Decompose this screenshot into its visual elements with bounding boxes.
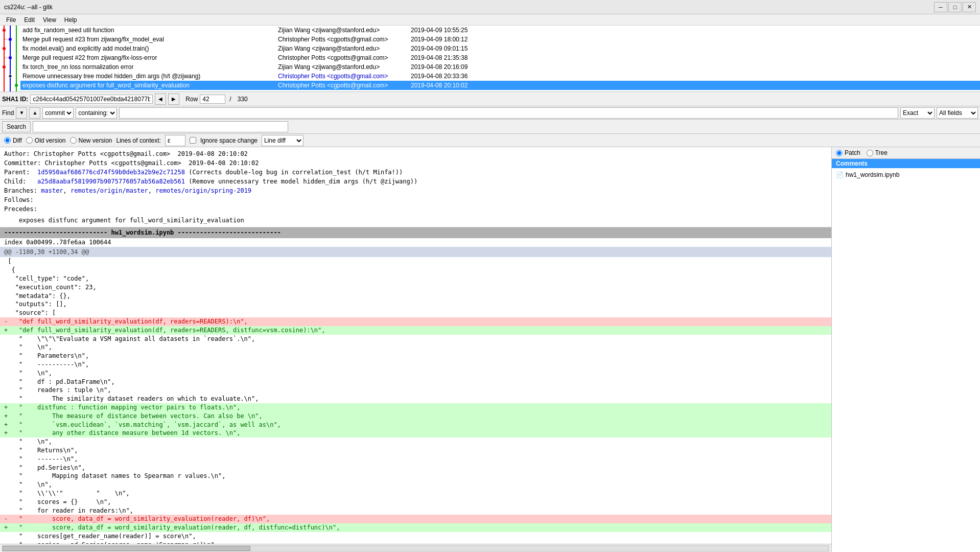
child-line: Child: a25d8aabaf5819907b9075776057ab56a… [4, 177, 827, 186]
sha-bar: SHA1 ID: ◀ ▶ Row / 330 [0, 92, 980, 106]
find-type-select[interactable]: commit [42, 107, 74, 119]
commit-row[interactable]: Merge pull request #22 from zijwang/fix-… [20, 53, 980, 62]
follows-line: Follows: [4, 195, 827, 204]
sha-next-button[interactable]: ▶ [168, 94, 179, 105]
patch-radio[interactable] [836, 150, 843, 156]
ignore-space-checkbox[interactable] [190, 137, 196, 144]
diff-line: "outputs": [], [0, 300, 831, 309]
commit-message-body: exposes distfunc argument for full_word_… [4, 216, 827, 225]
commit-row[interactable]: add fix_random_seed util function Zijian… [20, 26, 980, 35]
commit-row[interactable]: Merge pull request #23 from zijwang/fix_… [20, 35, 980, 44]
find-next-button[interactable]: ▲ [29, 107, 40, 119]
diff-hunk-header: @@ -1100,30 +1100,34 @@ [0, 247, 831, 258]
patch-label: Patch [845, 149, 860, 156]
diff-line: " \\'\\'" " \n", [0, 489, 831, 498]
context-input[interactable] [165, 135, 185, 146]
author-line: Author: Christopher Potts <cgpotts@gmail… [4, 149, 827, 158]
commit-list: add fix_random_seed util function Zijian… [0, 26, 980, 92]
find-prev-button[interactable]: ▼ [16, 107, 27, 119]
close-button[interactable]: ✕ [963, 2, 976, 12]
hscroll-thumb[interactable] [3, 546, 250, 551]
menu-help[interactable]: Help [60, 15, 81, 25]
diff-radio[interactable] [4, 137, 11, 144]
tree-label: Tree [875, 149, 888, 156]
diff-radio-group: Diff [4, 137, 22, 144]
comments-tab[interactable]: Comments [832, 159, 980, 168]
search-button[interactable]: Search [2, 121, 31, 132]
find-exact-select[interactable]: Exact IgnCase Regexp [900, 107, 935, 119]
diff-line-removed: - "def full_word_similarity_evaluation(d… [0, 317, 831, 326]
minimize-button[interactable]: ─ [934, 2, 947, 12]
commit-row[interactable]: fix model.eval() and explicitly add mode… [20, 44, 980, 53]
branch-origin-master-link[interactable]: remotes/origin/master [71, 187, 148, 194]
window-title: cs224u: --all - gitk [4, 4, 53, 11]
sha-label: SHA1 ID: [2, 96, 28, 103]
diff-format-select[interactable]: Line diff Markup diff Old diff [262, 135, 304, 146]
diff-line-added: + " distfunc : function mapping vector p… [0, 403, 831, 412]
diff-line: "cell_type": "code", [0, 274, 831, 283]
diff-options-bar: Diff Old version New version Lines of co… [0, 134, 980, 147]
precedes-line: Precedes: [4, 204, 827, 214]
branch-spring-link[interactable]: remotes/origin/spring-2019 [155, 187, 251, 194]
parent-line: Parent: 1d5950aaf686776cd74f59b0deb3a2b9… [4, 168, 827, 177]
old-version-radio[interactable] [26, 137, 33, 144]
find-field-select[interactable]: containing: [76, 107, 117, 119]
hscroll-area[interactable] [0, 544, 831, 552]
tree-radio-group: Tree [867, 149, 888, 156]
svg-point-8 [9, 75, 12, 78]
file-tree-item[interactable]: 📄 hw1_wordsim.ipynb [834, 170, 978, 179]
new-version-label: New version [79, 137, 112, 144]
committer-line: Committer: Christopher Potts <cgpotts@gm… [4, 158, 827, 168]
row-input[interactable] [200, 95, 225, 104]
diff-file-header: ---------------------------- hw1_wordsim… [0, 227, 831, 238]
commit-row[interactable]: Remove unnecessary tree model hidden_dim… [20, 72, 980, 81]
diff-line: " Mapping dataset names to Spearman r va… [0, 472, 831, 480]
svg-point-5 [3, 47, 6, 50]
diff-line: " pd.Series\n", [0, 464, 831, 472]
sha-prev-button[interactable]: ◀ [155, 94, 166, 105]
diff-line: " \n", [0, 369, 831, 378]
diff-line-added: + " score, data_df = word_similarity_eva… [0, 523, 831, 532]
menu-file[interactable]: File [2, 15, 20, 25]
hscroll-bar[interactable] [2, 545, 829, 551]
ignore-space-label: Ignore space change [200, 137, 258, 144]
diff-line: " Parameters\n", [0, 352, 831, 360]
maximize-button[interactable]: □ [948, 2, 962, 12]
commit-graph [0, 26, 20, 91]
file-icon: 📄 [836, 171, 844, 178]
parent-sha-link[interactable]: 1d5950aaf686776cd74f59b0deb3a2b9e2c71258 [37, 169, 185, 176]
commit-row[interactable]: Corrects double-log bug in correlation_t… [20, 90, 980, 91]
diff-line: " \"\"\"Evaluate a VSM against all datas… [0, 335, 831, 343]
row-total: 330 [238, 96, 248, 103]
find-all-fields-select[interactable]: All fields Headline Comments Author Comm… [937, 107, 978, 119]
diff-line-added: + " `vsm.euclidean`, `vsm.matching`, `vs… [0, 421, 831, 429]
find-bar: Find ▼ ▲ commit containing: Exact IgnCas… [0, 106, 980, 120]
branches-line: Branches: master, remotes/origin/master,… [4, 186, 827, 195]
menu-view[interactable]: View [39, 15, 60, 25]
patch-tree-bar: Patch Tree [832, 147, 980, 159]
diff-line: "metadata": {}, [0, 292, 831, 301]
diff-line-removed: - " score, data_df = word_similarity_eva… [0, 515, 831, 523]
menu-edit[interactable]: Edit [20, 15, 39, 25]
diff-line: " \n", [0, 343, 831, 352]
new-version-radio[interactable] [70, 137, 77, 144]
diff-line: "execution_count": 23, [0, 283, 831, 292]
row-label: Row [185, 96, 198, 103]
diff-line: " The similarity dataset readers on whic… [0, 395, 831, 403]
old-version-radio-group: Old version [26, 137, 66, 144]
child-sha-link[interactable]: a25d8aabaf5819907b9075776057ab56a82eb561 [37, 178, 185, 185]
menu-bar: File Edit View Help [0, 14, 980, 26]
branch-master-link[interactable]: master [41, 187, 63, 194]
diff-line-added: + " any other distance measure between 1… [0, 429, 831, 438]
main-area: Author: Christopher Potts <cgpotts@gmail… [0, 147, 980, 552]
diff-line: " \n", [0, 480, 831, 489]
commit-row-selected[interactable]: exposes distfunc argument for full_word_… [20, 81, 980, 90]
find-input[interactable] [119, 107, 898, 119]
search-input[interactable] [33, 121, 288, 132]
commit-row[interactable]: fix torch_tree_nn loss normalization err… [20, 62, 980, 72]
diff-line: "source": [ [0, 309, 831, 317]
tree-radio[interactable] [867, 150, 873, 156]
diff-area[interactable]: ---------------------------- hw1_wordsim… [0, 227, 831, 544]
sha-input[interactable] [30, 95, 153, 104]
row-sep: / [229, 96, 231, 103]
